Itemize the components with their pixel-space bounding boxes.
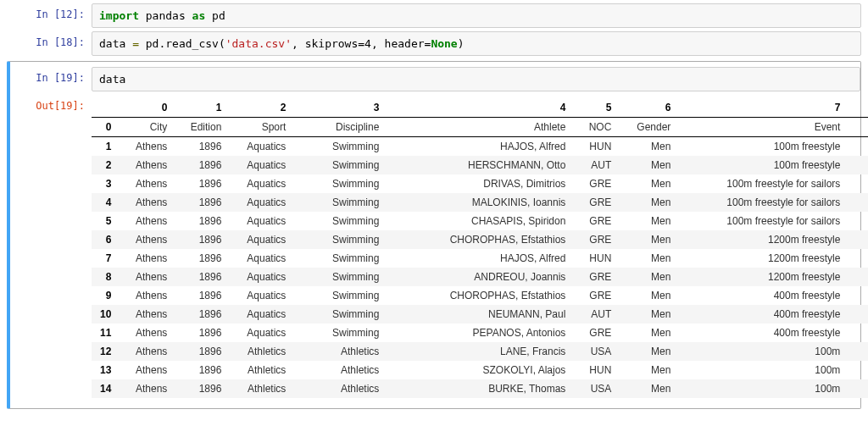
cell: 1896	[175, 268, 230, 286]
code-cell-18[interactable]: In [18]: data = pd.read_csv('data.csv', …	[7, 31, 861, 56]
cell: 1896	[175, 174, 230, 193]
cell: M	[849, 324, 868, 342]
cell: City	[120, 118, 175, 137]
kw-import: import	[99, 9, 139, 22]
cell: Athens	[120, 379, 175, 398]
cell: Athletics	[294, 342, 387, 361]
cell: Men	[620, 212, 679, 230]
kw-as: as	[192, 9, 206, 22]
row-index: 8	[92, 268, 120, 286]
cell: 1896	[175, 212, 230, 230]
cell: Athletics	[294, 379, 387, 398]
corner-header	[92, 98, 120, 118]
cell: GRE	[574, 286, 620, 305]
cell: Swimming	[294, 230, 387, 249]
output-area[interactable]: 0123456789 0CityEditionSportDisciplineAt…	[92, 95, 868, 398]
code-input[interactable]: data = pd.read_csv('data.csv', skiprows=…	[92, 31, 861, 56]
cell: Edition	[175, 118, 230, 137]
cell: 1200m freestyle	[679, 249, 849, 268]
cell: Men	[620, 324, 679, 342]
col-header: 5	[574, 98, 620, 118]
cell: ANDREOU, Joannis	[387, 268, 574, 286]
cell: HAJOS, Alfred	[387, 249, 574, 268]
cell: HUN	[574, 137, 620, 157]
cell: M	[849, 193, 868, 212]
cell: CHASAPIS, Spiridon	[387, 212, 574, 230]
col-header: 2	[230, 98, 294, 118]
cell: AUT	[574, 305, 620, 324]
cell: LANE, Francis	[387, 342, 574, 361]
cell: Aquatics	[230, 249, 294, 268]
selected-cell-19[interactable]: In [19]: data Out[19]: 0123456789 0CityE…	[7, 61, 861, 409]
call-name: pd.read_csv(	[146, 37, 225, 50]
cell: Athens	[120, 249, 175, 268]
cell: 1896	[175, 379, 230, 398]
cell: HAJOS, Alfred	[387, 137, 574, 157]
cell: Men	[620, 193, 679, 212]
cell: GRE	[574, 268, 620, 286]
cell: Athens	[120, 156, 175, 174]
code-input[interactable]: data	[92, 67, 860, 91]
row-index: 1	[92, 137, 120, 157]
cell: Men	[620, 156, 679, 174]
row-index: 2	[92, 156, 120, 174]
cell: Athens	[120, 324, 175, 342]
row-index: 3	[92, 174, 120, 193]
cell: Athletics	[230, 379, 294, 398]
input-prompt: In [19]:	[10, 67, 92, 84]
cell: Athens	[120, 286, 175, 305]
table-row: 12Athens1896AthleticsAthleticsLANE, Fran…	[92, 342, 868, 361]
cell: M	[849, 286, 868, 305]
row-index: 4	[92, 193, 120, 212]
cell: Athens	[120, 174, 175, 193]
cell: Gender	[620, 118, 679, 137]
cell: Swimming	[294, 156, 387, 174]
cell: M	[849, 379, 868, 398]
cell: BURKE, Thomas	[387, 379, 574, 398]
cell: Aquatics	[230, 174, 294, 193]
row-index: 12	[92, 342, 120, 361]
table-row: 7Athens1896AquaticsSwimmingHAJOS, Alfred…	[92, 249, 868, 268]
cell: Men	[620, 230, 679, 249]
cell: Athens	[120, 230, 175, 249]
cell: 1896	[175, 230, 230, 249]
code-cell-19[interactable]: In [19]: data	[10, 67, 860, 91]
input-prompt: In [18]:	[7, 31, 92, 48]
cell: MALOKINIS, Ioannis	[387, 193, 574, 212]
cell: Men	[620, 379, 679, 398]
cell: PEPANOS, Antonios	[387, 324, 574, 342]
cell: 100m freestyle for sailors	[679, 212, 849, 230]
column-header-row: 0123456789	[92, 98, 868, 118]
arg-sep: , skiprows=	[292, 37, 364, 50]
cell: M	[849, 156, 868, 174]
cell: DRIVAS, Dimitrios	[387, 174, 574, 193]
col-header: 6	[620, 98, 679, 118]
notebook: In [12]: import pandas as pd In [18]: da…	[0, 3, 868, 416]
row-index: 7	[92, 249, 120, 268]
col-header: 8	[849, 98, 868, 118]
arg-sep: , header=	[371, 37, 431, 50]
code-input[interactable]: import pandas as pd	[92, 3, 861, 28]
cell: 400m freestyle	[679, 305, 849, 324]
col-header: 4	[387, 98, 574, 118]
cell: M	[849, 268, 868, 286]
cell: 1896	[175, 286, 230, 305]
code-cell-12[interactable]: In [12]: import pandas as pd	[7, 3, 861, 28]
cell: NEUMANN, Paul	[387, 305, 574, 324]
cell: USA	[574, 342, 620, 361]
row-index: 11	[92, 324, 120, 342]
cell: 1896	[175, 193, 230, 212]
row-index: 14	[92, 379, 120, 398]
cell: Men	[620, 268, 679, 286]
cell: Swimming	[294, 137, 387, 157]
input-prompt: In [12]:	[7, 3, 92, 20]
cell: NOC	[574, 118, 620, 137]
cell: Aquatics	[230, 156, 294, 174]
cell: 100m	[679, 361, 849, 379]
dataframe-table[interactable]: 0123456789 0CityEditionSportDisciplineAt…	[92, 98, 868, 398]
cell: 1896	[175, 324, 230, 342]
cell: Swimming	[294, 193, 387, 212]
table-row: 6Athens1896AquaticsSwimmingCHOROPHAS, Ef…	[92, 230, 868, 249]
cell: SZOKOLYI, Alajos	[387, 361, 574, 379]
cell: Event_gender	[849, 118, 868, 137]
